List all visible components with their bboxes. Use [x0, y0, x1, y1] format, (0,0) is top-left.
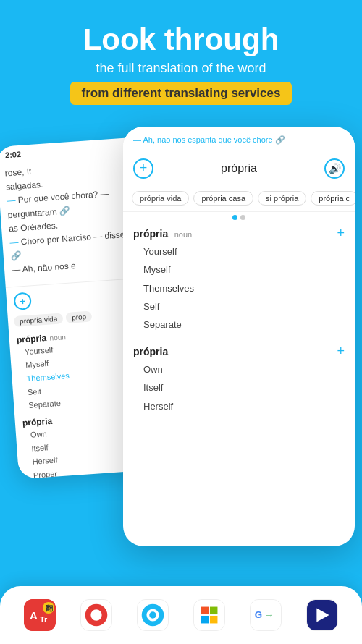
entry-separate: Separate: [133, 315, 345, 334]
entry-itself: Itself: [133, 378, 345, 397]
svg-rect-16: [210, 616, 217, 624]
dict-word-title: própria: [153, 162, 324, 175]
main-title: Look through: [14, 23, 348, 56]
pagination-dots: [123, 212, 355, 221]
back-chip-2[interactable]: prop: [66, 310, 93, 323]
section2-header: própria +: [133, 344, 345, 359]
dict-panel: + própria 🔊 própria vida própria casa si…: [123, 151, 355, 423]
svg-point-7: [90, 609, 101, 620]
front-top-bar: — Ah, não nos espanta que você chore 🔗: [123, 127, 355, 151]
speaker-btn[interactable]: 🔊: [324, 158, 345, 179]
svg-rect-12: [194, 600, 224, 630]
section2-word: própria: [133, 346, 168, 357]
phone-area: 2:02 16% rose, It salgadas. — Por que vo…: [0, 127, 362, 575]
svg-rect-14: [210, 607, 217, 615]
atr-app-icon[interactable]: A Tr 翻: [20, 596, 59, 635]
entry-own: Own: [133, 360, 345, 378]
chip-propria-c[interactable]: própria c: [311, 191, 355, 206]
entry-herself: Herself: [133, 397, 345, 415]
dict-plus-btn[interactable]: +: [133, 158, 153, 179]
back-chip-1[interactable]: própria vida: [14, 313, 64, 327]
svg-point-11: [149, 611, 156, 619]
svg-text:G: G: [255, 609, 262, 620]
svg-rect-13: [201, 607, 209, 615]
entry-myself: Myself: [133, 260, 345, 279]
svg-text:A: A: [30, 609, 38, 622]
blue-app-icon[interactable]: [133, 596, 172, 635]
svg-text:→: →: [264, 609, 274, 620]
svg-text:Tr: Tr: [40, 615, 48, 624]
section1-plus[interactable]: +: [337, 226, 345, 241]
microsoft-icon[interactable]: [190, 596, 229, 635]
google-translate-icon[interactable]: G →: [246, 596, 285, 635]
smart-app-icon[interactable]: [303, 596, 342, 635]
section1-header: própria noun +: [133, 226, 345, 241]
chip-propria-vida[interactable]: própria vida: [132, 191, 189, 206]
app-bar: A Tr 翻: [0, 586, 362, 644]
highlight-bar: from different translating services: [70, 82, 292, 105]
svg-rect-15: [201, 616, 209, 624]
chip-propria-casa[interactable]: própria casa: [193, 191, 253, 206]
red-app-icon[interactable]: [77, 596, 116, 635]
back-plus-btn[interactable]: +: [13, 292, 32, 310]
translation-preview: — Ah, não nos espanta que você chore 🔗: [133, 134, 345, 146]
dict-content: própria noun + Yourself Myself Themselve…: [123, 221, 355, 423]
front-phone: — Ah, não nos espanta que você chore 🔗 +…: [123, 127, 355, 546]
section-divider: [133, 339, 345, 339]
subtitle: the full translation of the word: [14, 61, 348, 76]
section1-type: noun: [174, 230, 192, 239]
entry-yourself: Yourself: [133, 242, 345, 260]
time-back: 2:02: [5, 150, 22, 160]
entry-themselves: Themselves: [133, 279, 345, 297]
svg-text:翻: 翻: [45, 604, 53, 612]
top-section: Look through the full translation of the…: [0, 0, 362, 119]
dot-2: [240, 215, 245, 220]
section2-plus[interactable]: +: [337, 344, 345, 359]
dot-1: [232, 215, 237, 220]
dict-header: + própria 🔊: [123, 151, 355, 185]
front-chips-row: própria vida própria casa si própria pró…: [123, 185, 355, 212]
entry-self: Self: [133, 297, 345, 315]
section1-word: própria: [133, 228, 168, 240]
chip-si-propria[interactable]: si própria: [258, 191, 306, 206]
